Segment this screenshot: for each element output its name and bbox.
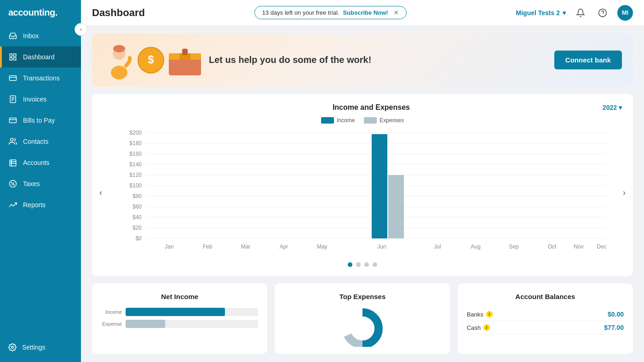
- page-title: Dashboard: [92, 7, 145, 19]
- bar-chart: $200 $180 $160 $140 $120 $100 $80 $60 $4…: [103, 128, 622, 257]
- svg-text:$60: $60: [132, 204, 142, 210]
- svg-point-24: [111, 66, 127, 79]
- sidebar-item-label: Transactions: [23, 74, 60, 82]
- expense-label: Expense: [101, 321, 122, 327]
- chart-dot-2[interactable]: [356, 262, 361, 267]
- close-trial-banner-button[interactable]: ✕: [394, 9, 399, 16]
- income-expenses-chart-card: Income and Expenses 2022 ▾ Income Expens…: [92, 94, 633, 276]
- svg-text:Sep: Sep: [509, 243, 519, 250]
- income-bar-row: Income: [101, 308, 258, 316]
- sidebar-item-contacts[interactable]: Contacts: [0, 131, 81, 152]
- help-icon[interactable]: [595, 6, 610, 20]
- sidebar-item-accounts[interactable]: Accounts: [0, 152, 81, 173]
- chart-title: Income and Expenses: [140, 103, 603, 112]
- accounts-icon: [8, 158, 17, 167]
- svg-rect-1: [14, 54, 16, 56]
- net-income-title: Net Income: [101, 293, 258, 300]
- top-expenses-title: Top Expenses: [284, 293, 441, 300]
- cash-amount: $77.00: [604, 324, 624, 331]
- chart-header: Income and Expenses 2022 ▾: [103, 103, 622, 112]
- sidebar-item-invoices[interactable]: Invoices: [0, 89, 81, 110]
- net-income-card: Net Income Income Expense: [92, 283, 267, 354]
- sidebar-item-settings[interactable]: Settings: [0, 337, 81, 357]
- svg-text:$200: $200: [129, 130, 142, 136]
- username: Miguel Tests 2: [516, 9, 560, 17]
- sidebar-item-label: Dashboard: [23, 53, 55, 61]
- svg-text:May: May: [317, 243, 328, 250]
- notifications-icon[interactable]: [573, 6, 588, 20]
- svg-text:Jan: Jan: [165, 243, 173, 250]
- settings-label: Settings: [22, 344, 46, 351]
- main-content: Dashboard 13 days left on your free tria…: [81, 0, 644, 362]
- sidebar-item-inbox[interactable]: Inbox: [0, 25, 81, 46]
- user-menu[interactable]: Miguel Tests 2 ▾: [516, 9, 566, 17]
- sidebar-item-transactions[interactable]: Transactions: [0, 68, 81, 89]
- svg-text:$: $: [148, 53, 154, 66]
- net-income-chart: Income Expense: [101, 308, 258, 328]
- chart-next-button[interactable]: ›: [617, 186, 631, 199]
- cash-label: Cash i: [467, 324, 490, 331]
- contacts-icon: [8, 137, 17, 146]
- chart-container: ‹ › $200: [103, 128, 622, 257]
- svg-rect-10: [10, 118, 17, 123]
- sidebar-item-label: Inbox: [23, 32, 39, 40]
- top-expenses-card: Top Expenses: [275, 283, 450, 354]
- svg-point-26: [113, 45, 125, 52]
- cash-text: Cash: [467, 324, 481, 331]
- svg-text:Aug: Aug: [471, 243, 480, 250]
- svg-text:$0: $0: [136, 235, 142, 242]
- svg-text:$140: $140: [129, 161, 142, 168]
- sidebar-item-label: Accounts: [23, 159, 50, 166]
- header-right: Miguel Tests 2 ▾ MI: [516, 5, 633, 21]
- svg-rect-55: [372, 134, 387, 238]
- income-legend-label: Income: [337, 117, 355, 124]
- expense-bar-fill: [126, 320, 165, 328]
- promo-left: $ Let us help you do some of the work!: [103, 40, 371, 79]
- sidebar: accounting. ‹ Inbox: [0, 0, 81, 362]
- sidebar-item-bills[interactable]: Bills to Pay: [0, 110, 81, 131]
- svg-point-71: [351, 317, 374, 340]
- income-label: Income: [101, 309, 122, 315]
- svg-rect-4: [10, 76, 17, 81]
- avatar: MI: [617, 5, 633, 21]
- svg-rect-29: [169, 58, 201, 75]
- year-select[interactable]: 2022 ▾: [603, 104, 622, 111]
- connect-bank-button[interactable]: Connect bank: [554, 51, 622, 69]
- svg-text:Feb: Feb: [203, 243, 213, 250]
- sidebar-nav: Inbox Dashboard Transactions: [0, 25, 81, 337]
- chevron-down-icon: ▾: [563, 9, 566, 17]
- svg-text:Nov: Nov: [574, 243, 583, 250]
- dashboard-icon: [8, 52, 17, 62]
- sidebar-collapse-button[interactable]: ‹: [75, 23, 87, 36]
- svg-text:Jun: Jun: [377, 243, 386, 250]
- subscribe-link[interactable]: Subscribe Now!: [343, 9, 388, 16]
- svg-text:$20: $20: [132, 225, 142, 231]
- settings-icon: [8, 343, 17, 351]
- chart-dot-4[interactable]: [373, 262, 377, 267]
- sidebar-item-label: Contacts: [23, 138, 48, 145]
- bottom-cards: Net Income Income Expense: [92, 283, 633, 354]
- svg-text:$160: $160: [129, 151, 142, 157]
- chart-prev-button[interactable]: ‹: [94, 186, 108, 199]
- sidebar-item-dashboard[interactable]: Dashboard: [0, 46, 81, 68]
- sidebar-item-label: Invoices: [23, 96, 46, 103]
- chart-dot-3[interactable]: [364, 262, 369, 267]
- sidebar-bottom: Settings: [0, 337, 81, 362]
- account-balances-title: Account Balances: [467, 293, 624, 300]
- cash-info-icon[interactable]: i: [483, 324, 490, 331]
- header: Dashboard 13 days left on your free tria…: [81, 0, 644, 26]
- expenses-legend-color: [364, 117, 377, 124]
- svg-rect-32: [182, 49, 188, 55]
- sidebar-item-label: Bills to Pay: [23, 117, 55, 124]
- svg-rect-2: [14, 58, 16, 60]
- sidebar-item-reports[interactable]: Reports: [0, 194, 81, 215]
- sidebar-item-taxes[interactable]: Taxes: [0, 173, 81, 194]
- svg-text:$180: $180: [129, 140, 142, 147]
- transactions-icon: [8, 74, 17, 83]
- chart-dot-1[interactable]: [348, 262, 352, 267]
- svg-text:Dec: Dec: [597, 243, 606, 250]
- banks-text: Banks: [467, 311, 483, 318]
- year-value: 2022: [603, 104, 617, 111]
- banks-label: Banks i: [467, 311, 493, 318]
- banks-info-icon[interactable]: i: [486, 311, 493, 317]
